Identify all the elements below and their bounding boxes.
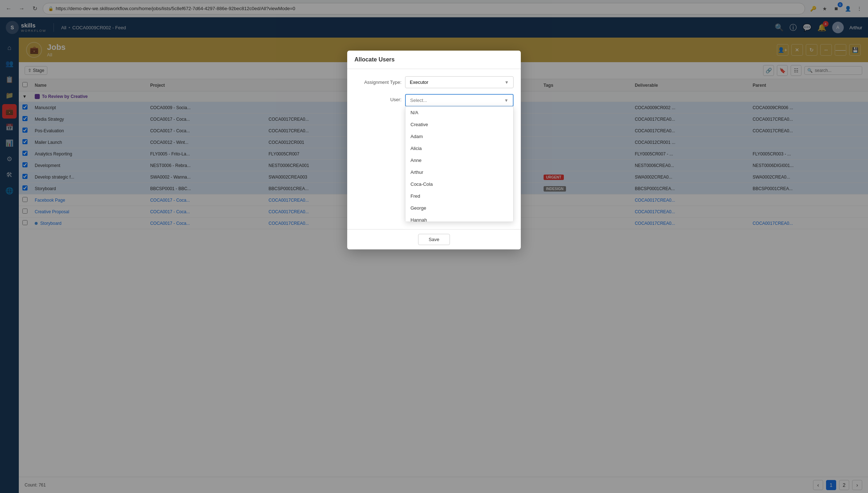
modal-body: Assignment Type: Executor ▼ User: ▼ [347, 69, 521, 229]
user-control: ▼ N/A Creative Adam Alicia Anne Arthur C… [405, 94, 514, 222]
chevron-down-icon: ▼ [505, 80, 509, 85]
dropdown-item-george[interactable]: George [405, 202, 513, 214]
dropdown-item-anne[interactable]: Anne [405, 154, 513, 166]
allocate-users-modal: Allocate Users Assignment Type: Executor… [347, 51, 521, 249]
dropdown-item-cocacola[interactable]: Coca-Cola [405, 178, 513, 190]
dropdown-item-fred[interactable]: Fred [405, 190, 513, 202]
user-search-input[interactable] [410, 98, 504, 103]
dropdown-item-alicia[interactable]: Alicia [405, 142, 513, 154]
user-row: User: ▼ N/A Creative Adam Alicia Anne Ar… [354, 94, 514, 222]
dropdown-item-arthur[interactable]: Arthur [405, 166, 513, 178]
save-button[interactable]: Save [418, 234, 450, 245]
modal-overlay: Allocate Users Assignment Type: Executor… [0, 0, 868, 493]
chevron-down-icon: ▼ [504, 98, 509, 103]
assignment-type-label: Assignment Type: [354, 80, 401, 85]
modal-footer: Save [347, 229, 521, 249]
dropdown-item-adam[interactable]: Adam [405, 130, 513, 142]
assignment-type-value: Executor [410, 80, 428, 85]
user-select-input[interactable]: ▼ [405, 94, 514, 107]
user-dropdown-list: N/A Creative Adam Alicia Anne Arthur Coc… [405, 106, 514, 222]
dropdown-item-na[interactable]: N/A [405, 107, 513, 119]
dropdown-item-creative[interactable]: Creative [405, 119, 513, 130]
assignment-type-select[interactable]: Executor ▼ [405, 76, 514, 88]
assignment-type-control: Executor ▼ [405, 76, 514, 88]
modal-title: Allocate Users [354, 56, 395, 63]
assignment-type-row: Assignment Type: Executor ▼ [354, 76, 514, 88]
user-label: User: [354, 94, 401, 102]
dropdown-item-hannah[interactable]: Hannah [405, 214, 513, 222]
modal-header: Allocate Users [347, 51, 521, 69]
